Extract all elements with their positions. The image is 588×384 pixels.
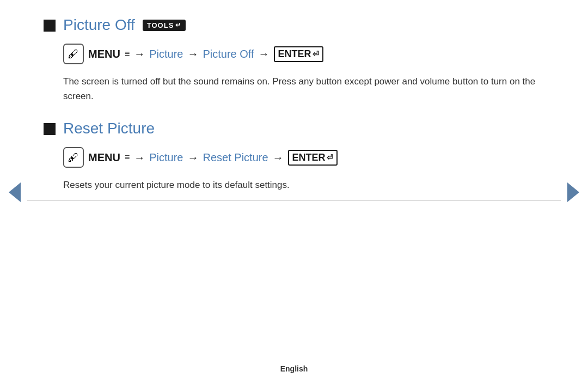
enter-icon-1: ⏎: [313, 50, 319, 58]
menu-step-1-2: Picture Off: [203, 48, 254, 60]
description-reset-picture: Resets your current picture mode to its …: [63, 178, 544, 192]
section-picture-off: Picture Off TOOLS ↵ 🖋 MENU ≡ → Picture →…: [44, 16, 544, 103]
bullet-square-reset-picture: [44, 123, 56, 135]
nav-arrow-left[interactable]: [9, 182, 21, 202]
tools-badge-text: TOOLS: [147, 21, 174, 29]
menu-path-reset-picture: 🖋 MENU ≡ → Picture → Reset Picture → ENT…: [63, 147, 544, 168]
menu-path-picture-off: 🖋 MENU ≡ → Picture → Picture Off → ENTER…: [63, 44, 544, 64]
menu-keyword-1: MENU: [88, 48, 120, 60]
arrow-2-1: →: [134, 151, 145, 164]
menu-step-2-1: Picture: [149, 151, 183, 164]
menu-keyword-2: MENU: [88, 151, 120, 164]
enter-text-2: ENTER: [292, 152, 326, 163]
arrow-1-1: →: [134, 48, 145, 60]
hand-symbol-2: 🖋: [68, 151, 79, 164]
arrow-1-3: →: [259, 48, 270, 60]
enter-icon-2: ⏎: [327, 153, 333, 162]
enter-badge-1: ENTER ⏎: [274, 46, 323, 62]
section-title-reset-picture: Reset Picture: [63, 120, 155, 137]
hand-symbol-1: 🖋: [68, 48, 79, 60]
section-title-row-picture-off: Picture Off TOOLS ↵: [44, 16, 544, 34]
description-picture-off: The screen is turned off but the sound r…: [63, 74, 544, 103]
page-container: Picture Off TOOLS ↵ 🖋 MENU ≡ → Picture →…: [0, 0, 588, 384]
enter-text-1: ENTER: [278, 48, 311, 60]
section-title-picture-off: Picture Off: [63, 16, 135, 34]
arrow-2-3: →: [273, 151, 284, 164]
section-title-row-reset-picture: Reset Picture: [44, 120, 544, 137]
tools-badge-icon: ↵: [175, 21, 181, 29]
menu-lines-1: ≡: [125, 49, 130, 59]
bullet-square-picture-off: [44, 20, 56, 32]
enter-badge-2: ENTER ⏎: [288, 150, 338, 166]
menu-step-1-1: Picture: [149, 48, 183, 60]
divider-line: [27, 200, 561, 201]
menu-hand-icon-2: 🖋: [63, 147, 84, 168]
footer-language: English: [280, 364, 308, 373]
section-reset-picture: Reset Picture 🖋 MENU ≡ → Picture → Reset…: [44, 120, 544, 192]
tools-badge: TOOLS ↵: [143, 20, 186, 31]
menu-lines-2: ≡: [125, 153, 130, 162]
arrow-2-2: →: [187, 151, 198, 164]
menu-step-2-2: Reset Picture: [203, 151, 268, 164]
menu-hand-icon-1: 🖋: [63, 44, 84, 64]
nav-arrow-right[interactable]: [567, 182, 579, 202]
arrow-1-2: →: [187, 48, 198, 60]
